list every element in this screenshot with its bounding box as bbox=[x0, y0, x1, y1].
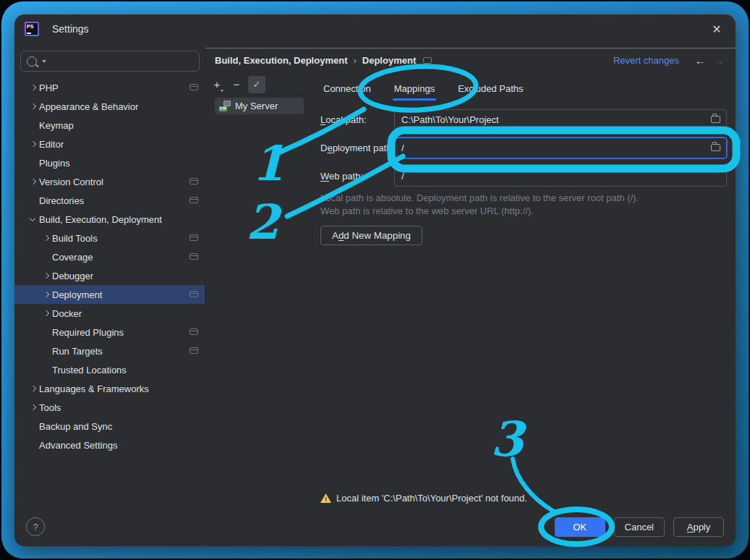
chevron-right-icon[interactable] bbox=[41, 307, 52, 319]
search-history-chevron-icon[interactable] bbox=[42, 60, 46, 63]
help-line: Web path is relative to the web server U… bbox=[320, 205, 639, 218]
chevron-right-icon[interactable] bbox=[27, 138, 39, 150]
sidebar-item-languages-frameworks[interactable]: Languages & Frameworks bbox=[14, 379, 205, 398]
chevron-right-icon[interactable] bbox=[41, 289, 52, 300]
add-icon[interactable]: + bbox=[209, 77, 225, 93]
folder-icon[interactable] bbox=[711, 116, 720, 123]
sidebar-item-deployment[interactable]: Deployment bbox=[14, 285, 205, 304]
sidebar-item-label: Appearance & Behavior bbox=[39, 101, 138, 112]
sidebar-item-label: Version Control bbox=[39, 177, 103, 187]
sidebar-item-version-control[interactable]: Version Control bbox=[14, 172, 205, 191]
window-badge-icon bbox=[189, 84, 198, 90]
sidebar-item-label: Languages & Frameworks bbox=[39, 383, 149, 394]
window-badge-icon bbox=[189, 347, 198, 354]
search-input[interactable] bbox=[20, 51, 200, 72]
server-toolbar: +−✓ bbox=[205, 75, 312, 95]
sidebar-item-label: Required Plugins bbox=[52, 327, 124, 338]
window-badge-icon bbox=[189, 328, 198, 335]
chevron-right-icon[interactable] bbox=[27, 82, 39, 93]
window-badge-icon bbox=[189, 178, 198, 184]
tab-excluded-paths[interactable]: Excluded Paths bbox=[456, 79, 524, 103]
remove-icon[interactable]: − bbox=[229, 77, 244, 93]
chevron-right-icon[interactable] bbox=[41, 270, 52, 281]
sidebar-item-run-targets[interactable]: Run Targets bbox=[14, 341, 205, 360]
local-path-label: Local path: bbox=[320, 114, 394, 125]
sidebar-item-label: PHP bbox=[39, 82, 59, 93]
deployment-path-label: Deployment path: bbox=[320, 143, 394, 153]
sidebar-item-build-tools[interactable]: Build Tools bbox=[14, 229, 205, 247]
sidebar-item-advanced-settings[interactable]: Advanced Settings bbox=[14, 436, 205, 454]
settings-dialog: PS Settings ✕ PHPAppearance & BehaviorKe… bbox=[14, 14, 736, 546]
back-arrow-icon[interactable]: ← bbox=[691, 51, 709, 69]
breadcrumb-parent[interactable]: Build, Execution, Deployment bbox=[215, 55, 347, 66]
close-icon[interactable]: ✕ bbox=[707, 19, 727, 39]
web-path-field[interactable] bbox=[394, 166, 727, 187]
sidebar-item-directories[interactable]: Directories bbox=[14, 191, 205, 210]
breadcrumb-separator: › bbox=[353, 55, 356, 66]
sidebar-item-label: Backup and Sync bbox=[39, 421, 112, 432]
cancel-button[interactable]: Cancel bbox=[614, 517, 665, 537]
window-badge-icon bbox=[423, 57, 432, 64]
sidebar-item-docker[interactable]: Docker bbox=[14, 304, 205, 323]
sidebar-item-label: Coverage bbox=[52, 252, 93, 263]
sidebar-item-coverage[interactable]: Coverage bbox=[14, 247, 205, 266]
footer-buttons: OKCancelApply bbox=[555, 517, 724, 537]
server-item-my-server[interactable]: FTPMy Server bbox=[215, 98, 304, 114]
title-bar: PS Settings ✕ bbox=[14, 14, 736, 43]
breadcrumb: Build, Execution, Deployment › Deploymen… bbox=[215, 55, 432, 66]
tab-mappings[interactable]: Mappings bbox=[393, 79, 436, 103]
toggle-enabled-icon[interactable]: ✓ bbox=[248, 76, 265, 93]
field-row-local-path: Local path: bbox=[320, 109, 727, 130]
add-new-mapping-button[interactable]: Add New Mapping bbox=[320, 226, 422, 245]
window-badge-icon bbox=[189, 197, 198, 203]
search-icon bbox=[27, 56, 37, 67]
sidebar-item-build-execution-deployment[interactable]: Build, Execution, Deployment bbox=[14, 210, 205, 229]
window-badge-icon bbox=[189, 253, 198, 260]
chevron-right-icon[interactable] bbox=[27, 383, 39, 394]
sidebar-item-label: Trusted Locations bbox=[52, 365, 127, 376]
sidebar-item-label: Directories bbox=[39, 195, 84, 206]
server-item-label: My Server bbox=[235, 101, 278, 111]
ftp-server-icon: FTP bbox=[219, 101, 231, 111]
chevron-spacer bbox=[27, 439, 39, 451]
sidebar-item-required-plugins[interactable]: Required Plugins bbox=[14, 323, 205, 341]
sidebar-item-label: Plugins bbox=[39, 158, 70, 169]
settings-tree: PHPAppearance & BehaviorKeymapEditorPlug… bbox=[14, 78, 205, 454]
tab-bar: ConnectionMappingsExcluded Paths bbox=[322, 79, 525, 103]
chevron-right-icon[interactable] bbox=[27, 176, 39, 187]
apply-button[interactable]: Apply bbox=[673, 517, 724, 537]
chevron-right-icon[interactable] bbox=[27, 101, 39, 112]
sidebar-item-php[interactable]: PHP bbox=[14, 78, 205, 97]
sidebar-item-plugins[interactable]: Plugins bbox=[14, 153, 205, 172]
ok-button[interactable]: OK bbox=[555, 517, 605, 537]
chevron-spacer bbox=[41, 364, 52, 376]
warning-text: Local item 'C:\Path\To\Your\Project' not… bbox=[336, 493, 527, 504]
sidebar-item-editor[interactable]: Editor bbox=[14, 135, 205, 153]
dialog-title: Settings bbox=[52, 23, 89, 35]
sidebar-item-label: Debugger bbox=[52, 271, 93, 281]
chevron-right-icon[interactable] bbox=[27, 402, 39, 413]
chevron-spacer bbox=[27, 195, 39, 206]
local-path-field-wrap bbox=[394, 109, 727, 130]
chevron-right-icon[interactable] bbox=[41, 232, 52, 244]
window-badge-icon bbox=[189, 234, 198, 241]
sidebar-item-keymap[interactable]: Keymap bbox=[14, 116, 205, 135]
phpstorm-logo-icon: PS bbox=[25, 22, 39, 36]
sidebar-item-tools[interactable]: Tools bbox=[14, 398, 205, 417]
sidebar-item-label: Build, Execution, Deployment bbox=[39, 214, 162, 225]
sidebar-item-label: Build Tools bbox=[52, 233, 98, 244]
sidebar-item-debugger[interactable]: Debugger bbox=[14, 266, 205, 285]
sidebar-item-trusted-locations[interactable]: Trusted Locations bbox=[14, 360, 205, 379]
web-path-field-wrap bbox=[394, 166, 727, 187]
help-icon[interactable]: ? bbox=[26, 517, 45, 536]
tab-connection[interactable]: Connection bbox=[322, 79, 372, 103]
folder-icon[interactable] bbox=[711, 144, 720, 151]
sidebar-item-backup-and-sync[interactable]: Backup and Sync bbox=[14, 417, 205, 436]
revert-changes-link[interactable]: Revert changes bbox=[613, 55, 679, 66]
local-path-field[interactable] bbox=[394, 109, 727, 130]
dropdown-arrow-icon bbox=[219, 87, 223, 91]
chevron-down-icon[interactable] bbox=[27, 213, 39, 225]
sidebar-item-appearance-behavior[interactable]: Appearance & Behavior bbox=[14, 97, 205, 116]
chevron-spacer bbox=[41, 345, 52, 357]
deployment-path-field[interactable] bbox=[394, 137, 727, 158]
